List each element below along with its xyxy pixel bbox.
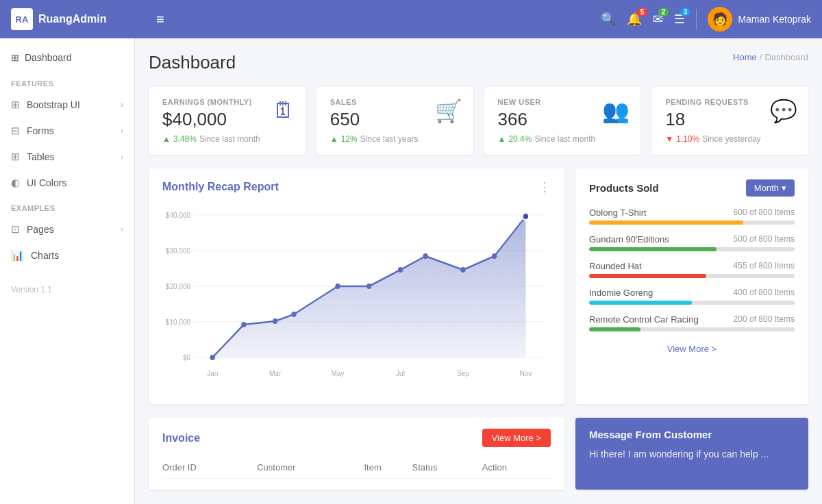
view-more-button[interactable]: View More > xyxy=(667,344,717,354)
chart-area: $40,000 $30,000 $20,000 $10,000 $0 Jan M… xyxy=(162,201,551,393)
month-filter-button[interactable]: Month ▾ xyxy=(746,179,795,197)
product-count: 500 of 800 Items xyxy=(734,234,795,244)
breadcrumb-home[interactable]: Home xyxy=(733,52,757,62)
sidebar-item-tables[interactable]: ⊞ Tables › xyxy=(0,144,134,170)
product-item: Remote Control Car Racing 200 of 800 Ite… xyxy=(589,314,795,331)
invoice-card: Invoice View More > Order ID Customer It… xyxy=(149,418,564,490)
svg-point-18 xyxy=(241,322,246,327)
svg-point-22 xyxy=(366,284,371,289)
stat-change-value: 1.10% xyxy=(676,134,699,144)
svg-point-27 xyxy=(523,213,529,220)
svg-text:May: May xyxy=(332,369,345,378)
brand-logo: RA xyxy=(11,8,33,30)
progress-bar-bg xyxy=(589,220,795,225)
sidebar-item-label: Tables xyxy=(27,151,54,162)
sales-icon: 🛒 xyxy=(435,98,462,124)
tables-icon: ⊞ xyxy=(11,151,20,163)
svg-text:Jul: Jul xyxy=(396,369,405,378)
svg-text:$10,000: $10,000 xyxy=(166,318,190,327)
product-name: Gundam 90'Editions xyxy=(589,234,669,244)
product-count: 600 of 800 Items xyxy=(734,207,795,218)
search-button[interactable]: 🔍 xyxy=(601,12,616,27)
chevron-right-icon: › xyxy=(121,126,123,136)
page-header: Dashboard Home / Dashboard xyxy=(149,52,808,73)
sidebar-item-label: Bootstrap UI xyxy=(27,99,80,110)
stat-card-earnings: EARNINGS (MONTHLY) $40,000 ▲ 3.48% Since… xyxy=(149,87,306,155)
sidebar-version: Version 1.1 xyxy=(0,274,134,305)
col-action: Action xyxy=(482,457,551,479)
svg-point-20 xyxy=(291,312,296,317)
stat-change: ▲ 3.48% Since last month xyxy=(162,134,292,144)
svg-point-26 xyxy=(492,253,497,259)
message-icon: 💬 xyxy=(770,98,797,124)
stat-change-value: 3.48% xyxy=(173,134,197,144)
sidebar-dashboard-label: Dashboard xyxy=(25,52,72,63)
stat-card-sales: SALES 650 ▲ 12% Since last years 🛒 xyxy=(316,87,473,155)
view-more-link: View More > xyxy=(589,342,795,355)
sidebar-item-bootstrap-ui[interactable]: ⊞ Bootstrap UI › xyxy=(0,92,134,118)
svg-point-25 xyxy=(460,267,465,273)
product-item: Rounded Hat 455 of 800 Items xyxy=(589,261,795,278)
sidebar-item-dashboard[interactable]: ⊞ Dashboard xyxy=(0,44,134,71)
progress-bar-bg xyxy=(589,327,795,331)
stat-since: Since last years xyxy=(360,134,419,144)
progress-fill xyxy=(589,274,706,278)
invoice-table: Order ID Customer Item Status Action xyxy=(162,457,551,479)
product-name: Oblong T-Shirt xyxy=(589,207,647,218)
svg-point-17 xyxy=(210,355,215,360)
svg-point-21 xyxy=(335,284,340,289)
sidebar-item-label: UI Colors xyxy=(27,177,66,188)
sidebar-item-charts[interactable]: 📊 Charts xyxy=(0,242,134,268)
brand-name: RuangAdmin xyxy=(38,13,107,25)
page-title: Dashboard xyxy=(149,52,236,73)
product-item: Indomie Goreng 400 of 800 Items xyxy=(589,288,795,305)
features-section-title: FEATURES xyxy=(0,71,134,92)
stat-change-value: 20.4% xyxy=(508,134,532,144)
svg-text:Jan: Jan xyxy=(207,369,218,378)
chevron-right-icon: › xyxy=(121,100,123,110)
product-name: Indomie Goreng xyxy=(589,288,653,298)
col-item: Item xyxy=(364,457,412,479)
sidebar-item-ui-colors[interactable]: ◐ UI Colors xyxy=(0,170,134,196)
sidebar-toggle[interactable]: ≡ xyxy=(145,12,175,27)
up-arrow-icon: ▲ xyxy=(330,134,338,144)
sidebar-item-label: Pages xyxy=(27,224,54,235)
down-arrow-icon: ▼ xyxy=(665,134,673,144)
svg-point-23 xyxy=(398,267,403,273)
messages-button[interactable]: ✉ 2 xyxy=(653,12,663,27)
breadcrumb: Home / Dashboard xyxy=(733,52,808,62)
chart-menu-button[interactable]: ⋮ xyxy=(538,179,551,194)
invoice-view-more-button[interactable]: View More > xyxy=(482,429,551,447)
svg-point-24 xyxy=(423,253,427,259)
svg-text:$40,000: $40,000 xyxy=(166,211,190,220)
stat-change: ▲ 12% Since last years xyxy=(330,134,460,144)
nav-divider xyxy=(696,9,697,29)
progress-bar-bg xyxy=(589,301,795,305)
stat-change: ▲ 20.4% Since last month xyxy=(498,134,627,144)
user-icon: 👥 xyxy=(602,98,630,124)
stat-since: Since last month xyxy=(199,134,260,144)
dashboard-icon: ⊞ xyxy=(11,52,19,63)
notifications-button[interactable]: 🔔 5 xyxy=(627,12,642,27)
messages-badge: 2 xyxy=(658,8,669,16)
ui-colors-icon: ◐ xyxy=(11,177,20,189)
sidebar-item-forms[interactable]: ⊟ Forms › xyxy=(0,118,134,144)
up-arrow-icon: ▲ xyxy=(162,134,171,144)
message-preview: Hi there! I am wondering if you can help… xyxy=(589,447,795,462)
tasks-button[interactable]: ☰ 3 xyxy=(674,12,685,27)
product-item: Oblong T-Shirt 600 of 800 Items xyxy=(589,207,795,225)
product-name: Rounded Hat xyxy=(589,261,642,271)
main-layout: ⊞ Dashboard FEATURES ⊞ Bootstrap UI › ⊟ … xyxy=(0,38,822,504)
product-count: 400 of 800 Items xyxy=(734,288,795,298)
stat-since: Since yesterday xyxy=(702,134,760,144)
chevron-right-icon: › xyxy=(121,152,123,162)
user-menu[interactable]: 🧑 Maman Ketoprak xyxy=(708,7,811,32)
middle-row: Monthly Recap Report ⋮ $40,000 $30,000 xyxy=(149,168,808,404)
col-customer: Customer xyxy=(257,457,364,479)
earnings-icon: 🗓 xyxy=(273,98,295,123)
product-item: Gundam 90'Editions 500 of 800 Items xyxy=(589,234,795,251)
avatar: 🧑 xyxy=(708,7,732,32)
breadcrumb-separator: / xyxy=(760,52,762,62)
stat-card-newuser: NEW USER 366 ▲ 20.4% Since last month 👥 xyxy=(484,87,641,155)
sidebar-item-pages[interactable]: ⊡ Pages › xyxy=(0,216,134,242)
